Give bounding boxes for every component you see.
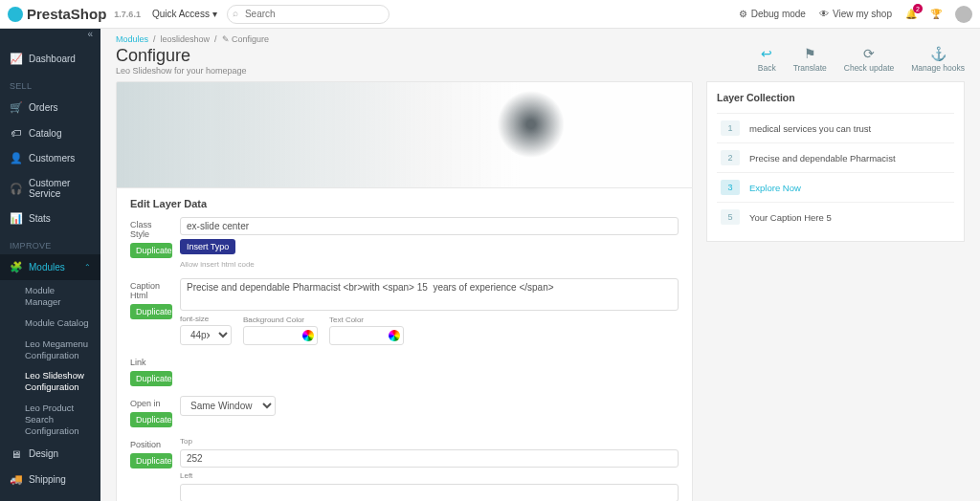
layer-collection-panel: Layer Collection 1medical services you c… bbox=[706, 81, 965, 242]
check-update-button[interactable]: ⟳Check update bbox=[844, 46, 894, 73]
caption-label: Caption Html bbox=[130, 278, 172, 300]
gift-button[interactable]: 🏆 bbox=[930, 9, 942, 19]
openin-select[interactable]: Same Window bbox=[180, 396, 276, 416]
nav-shipping[interactable]: 🚚Shipping bbox=[0, 467, 100, 492]
color-swatch-icon bbox=[302, 330, 314, 341]
headset-icon: 🎧 bbox=[10, 183, 21, 195]
quick-access-menu[interactable]: Quick Access ▾ bbox=[152, 9, 217, 19]
duplicate-caption-button[interactable]: Duplicate bbox=[130, 304, 172, 319]
top-minilabel: Top bbox=[180, 437, 679, 446]
layer-number: 5 bbox=[721, 209, 740, 225]
act-label: Check update bbox=[844, 63, 894, 73]
back-button[interactable]: ↩Back bbox=[758, 46, 776, 73]
chevron-up-icon: ⌃ bbox=[84, 263, 91, 272]
crumb-modules[interactable]: Modules bbox=[116, 34, 148, 44]
nav-label: Stats bbox=[29, 213, 51, 224]
nav-customer-service[interactable]: 🎧Customer Service bbox=[0, 171, 100, 206]
nav-orders[interactable]: 🛒Orders bbox=[0, 95, 100, 120]
nav-stats[interactable]: 📊Stats bbox=[0, 206, 100, 231]
duplicate-link-button[interactable]: Duplicate bbox=[130, 371, 172, 386]
section-sell: SELL bbox=[0, 72, 100, 95]
duplicate-openin-button[interactable]: Duplicate bbox=[130, 412, 172, 427]
subnav-leo-slideshow[interactable]: Leo Slideshow Configuration bbox=[0, 365, 100, 398]
search-icon: ⌕ bbox=[233, 8, 238, 18]
nav-payment[interactable]: 💳Payment bbox=[0, 492, 100, 501]
stats-icon: 📊 bbox=[10, 212, 21, 225]
subnav-module-catalog[interactable]: Module Catalog bbox=[0, 313, 100, 334]
subnav-leo-product-search[interactable]: Leo Product Search Configuration bbox=[0, 398, 100, 442]
crumb-configure: Configure bbox=[232, 34, 269, 44]
desktop-icon: 🖥 bbox=[10, 448, 21, 460]
nav-dashboard-label: Dashboard bbox=[29, 54, 76, 64]
brand-glyph bbox=[8, 7, 23, 22]
subnav-module-manager[interactable]: Module Manager bbox=[0, 280, 100, 313]
back-icon: ↩ bbox=[761, 46, 772, 61]
position-left-input[interactable] bbox=[180, 484, 679, 501]
cart-icon: 🛒 bbox=[10, 101, 21, 114]
position-top-input[interactable] bbox=[180, 449, 679, 468]
caption-html-textarea[interactable]: Precise and dependable Pharmacist <br>wi… bbox=[180, 278, 679, 311]
flag-icon: ⚑ bbox=[804, 46, 816, 61]
duplicate-position-button[interactable]: Duplicate bbox=[130, 453, 172, 468]
layer-item[interactable]: 1medical services you can trust bbox=[717, 113, 954, 142]
link-label: Link bbox=[130, 355, 172, 367]
notifications-button[interactable]: 🔔 2 bbox=[905, 9, 917, 19]
position-label: Position bbox=[130, 437, 172, 449]
layer-label: Explore Now bbox=[749, 183, 801, 193]
notif-badge: 2 bbox=[913, 4, 923, 13]
caret-down-icon: ▾ bbox=[212, 9, 217, 19]
puzzle-icon: 🧩 bbox=[10, 261, 21, 273]
profile-avatar[interactable] bbox=[955, 6, 972, 23]
nav-label: Modules bbox=[29, 262, 65, 272]
layer-label: medical services you can trust bbox=[749, 123, 871, 134]
debug-mode-button[interactable]: ⚙ Debug mode bbox=[739, 9, 806, 19]
act-label: Translate bbox=[793, 63, 827, 73]
color-swatch-icon bbox=[389, 330, 400, 341]
nav-modules[interactable]: 🧩Modules⌃ bbox=[0, 254, 100, 280]
bgcolor-picker[interactable] bbox=[243, 326, 318, 345]
slide-preview[interactable] bbox=[116, 81, 693, 188]
class-style-hint: Allow insert html code bbox=[180, 260, 679, 269]
layer-item[interactable]: 2Precise and dependable Pharmacist bbox=[717, 142, 954, 172]
fontsize-label: font-size bbox=[180, 315, 232, 323]
debug-label: Debug mode bbox=[751, 9, 806, 19]
refresh-icon: ⟳ bbox=[863, 46, 875, 61]
duplicate-classstyle-button[interactable]: Duplicate bbox=[130, 243, 172, 258]
collapse-sidebar-button[interactable]: « bbox=[0, 29, 100, 46]
bug-icon: ⚙ bbox=[739, 9, 747, 19]
sidebar: « 📈 Dashboard SELL 🛒Orders 🏷Catalog 👤Cus… bbox=[0, 29, 100, 501]
class-style-input[interactable] bbox=[180, 217, 679, 235]
textcolor-picker[interactable] bbox=[329, 326, 404, 345]
layer-item[interactable]: 3Explore Now bbox=[717, 172, 954, 202]
nav-dashboard[interactable]: 📈 Dashboard bbox=[0, 46, 100, 72]
act-label: Back bbox=[758, 63, 776, 73]
layer-item[interactable]: 5Your Caption Here 5 bbox=[717, 202, 954, 231]
openin-label: Open in bbox=[130, 396, 172, 408]
search-input[interactable] bbox=[227, 5, 390, 24]
textcolor-label: Text Color bbox=[329, 316, 404, 324]
nav-label: Shipping bbox=[29, 474, 66, 485]
breadcrumb: Modules / leoslideshow / ✎ Configure bbox=[100, 29, 980, 46]
nav-design[interactable]: 🖥Design bbox=[0, 442, 100, 467]
page-title: Configure bbox=[116, 46, 247, 66]
fontsize-select[interactable]: 44px bbox=[180, 325, 232, 345]
tag-icon: 🏷 bbox=[10, 127, 21, 139]
nav-label: Catalog bbox=[29, 128, 61, 139]
quick-access-label: Quick Access bbox=[152, 9, 210, 19]
search-wrap: ⌕ bbox=[227, 5, 390, 24]
section-improve: IMPROVE bbox=[0, 231, 100, 254]
class-style-label: Class Style bbox=[130, 217, 172, 239]
subnav-leo-megamenu[interactable]: Leo Megamenu Configuration bbox=[0, 334, 100, 366]
crumb-module-name: leoslideshow bbox=[161, 34, 211, 44]
manage-hooks-button[interactable]: ⚓Manage hooks bbox=[911, 46, 965, 73]
nav-catalog[interactable]: 🏷Catalog bbox=[0, 120, 100, 145]
translate-button[interactable]: ⚑Translate bbox=[793, 46, 827, 73]
layer-number: 2 bbox=[721, 150, 740, 165]
bgcolor-label: Background Color bbox=[243, 316, 318, 324]
nav-customers[interactable]: 👤Customers bbox=[0, 145, 100, 171]
trophy-icon: 🏆 bbox=[930, 9, 942, 19]
view-shop-button[interactable]: 👁 View my shop bbox=[819, 9, 892, 19]
insert-typo-button[interactable]: Insert Typo bbox=[180, 239, 235, 254]
nav-label: Customer Service bbox=[29, 178, 91, 199]
user-icon: 👤 bbox=[10, 152, 21, 164]
